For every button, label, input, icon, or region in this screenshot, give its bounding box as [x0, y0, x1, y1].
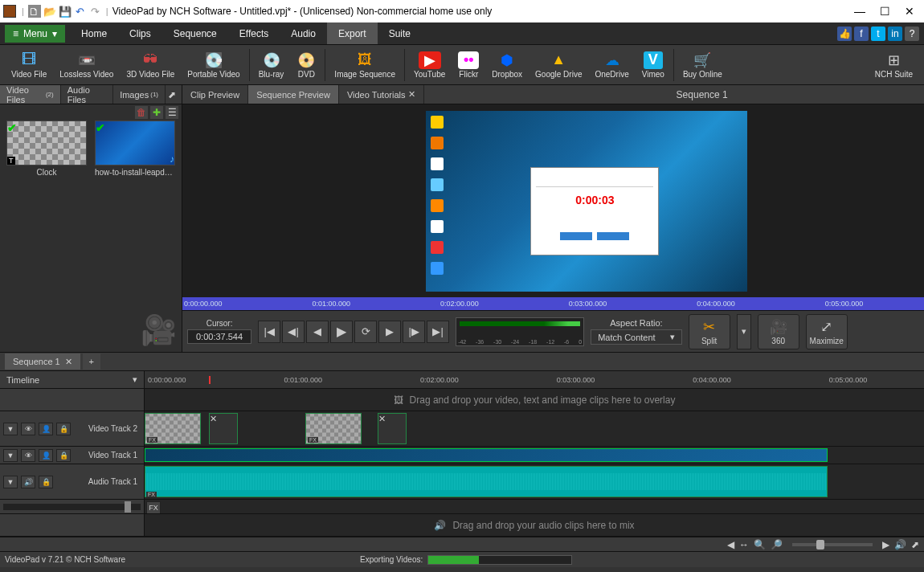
menu-export[interactable]: Export: [327, 22, 378, 44]
list-icon[interactable]: ☰: [166, 106, 178, 119]
menu-suite[interactable]: Suite: [378, 22, 422, 44]
like-icon[interactable]: 👍: [837, 27, 852, 41]
step-back-button[interactable]: ◀: [306, 321, 329, 343]
export-onedrive[interactable]: ☁OneDrive: [588, 47, 635, 83]
visible-button[interactable]: 👁: [21, 449, 35, 462]
export-dropbox[interactable]: ⬢Dropbox: [485, 47, 529, 83]
maximize-button[interactable]: ☐: [880, 5, 890, 18]
play-button[interactable]: ▶: [330, 321, 353, 343]
export-youtube[interactable]: ▶YouTube: [407, 47, 452, 83]
tab-clip-preview[interactable]: Clip Preview: [182, 85, 248, 104]
menu-effects[interactable]: Effects: [228, 22, 280, 44]
menu-sequence[interactable]: Sequence: [162, 22, 228, 44]
collapse-button[interactable]: ▼: [3, 476, 18, 488]
360-button[interactable]: 🎥360: [758, 314, 799, 349]
loop-button[interactable]: ⟳: [354, 321, 377, 343]
export-gdrive[interactable]: ▲Google Drive: [529, 47, 588, 83]
nch-suite[interactable]: ⊞NCH Suite: [869, 47, 919, 83]
clip-item[interactable]: ♪ how-to-install-leapdro...: [95, 121, 175, 177]
maximize-button[interactable]: ⤢Maximize: [806, 314, 848, 349]
goto-start-button[interactable]: |◀: [258, 321, 280, 343]
delete-icon[interactable]: 🗑: [135, 106, 148, 119]
sequence-tab[interactable]: Sequence 1✕: [5, 353, 80, 370]
scroll-left-icon[interactable]: ◀: [727, 539, 734, 550]
close-button[interactable]: ✕: [905, 5, 914, 18]
lock-button[interactable]: 🔒: [56, 449, 71, 462]
volume-icon[interactable]: 🔊: [894, 539, 906, 550]
linkedin-icon[interactable]: in: [888, 27, 902, 41]
export-video-file[interactable]: 🎞Video File: [5, 47, 53, 83]
buy-online[interactable]: 🛒Buy Online: [677, 47, 729, 83]
timeline-clip[interactable]: FX: [145, 413, 201, 444]
twitter-icon[interactable]: t: [871, 27, 885, 41]
preview-viewport[interactable]: 0:00:03: [182, 104, 924, 297]
zoom-in-icon[interactable]: 🔎: [771, 539, 783, 550]
overlay-drop-area[interactable]: 🖼Drag and drop your video, text and imag…: [145, 389, 924, 411]
redo-icon[interactable]: ↷: [89, 5, 102, 18]
open-icon[interactable]: 📂: [43, 5, 56, 18]
main-menu-button[interactable]: ≡ Menu ▾: [5, 25, 65, 43]
lock-button[interactable]: 🔒: [56, 423, 71, 435]
export-portable[interactable]: 💽Portable Video: [181, 47, 246, 83]
bin-tab-images[interactable]: Images(1): [113, 85, 166, 104]
scroll-lock-icon[interactable]: ▶: [882, 539, 889, 550]
video-track-2-content[interactable]: FX ✕ FX ✕: [145, 411, 924, 446]
clip-item[interactable]: T Clock: [6, 121, 87, 177]
next-frame-button[interactable]: |▶: [403, 321, 425, 343]
undo-icon[interactable]: ↶: [74, 5, 87, 18]
export-flickr[interactable]: ••Flickr: [452, 47, 485, 83]
mute-button[interactable]: 🔊: [21, 476, 35, 488]
export-dvd[interactable]: 📀DVD: [290, 47, 322, 83]
fx-button[interactable]: FX: [146, 501, 161, 513]
bin-tab-video[interactable]: Video Files(2): [0, 85, 61, 104]
volume-slider-head[interactable]: [0, 500, 145, 513]
prev-frame-button[interactable]: ◀|: [282, 321, 305, 343]
save-icon[interactable]: 💾: [59, 5, 72, 18]
split-button[interactable]: ✂Split: [689, 314, 730, 349]
lock-button[interactable]: 🔒: [39, 476, 53, 488]
help-icon[interactable]: ?: [905, 27, 919, 41]
split-dropdown[interactable]: ▾: [737, 314, 751, 349]
visible-button[interactable]: 👁: [21, 423, 35, 435]
bin-body[interactable]: 🗑 ✚ ☰ T Clock ♪ how-to-install-leapdro..…: [0, 104, 182, 352]
export-image-seq[interactable]: 🖼Image Sequence: [328, 47, 402, 83]
zoom-slider[interactable]: [792, 543, 873, 546]
add-icon[interactable]: ✚: [150, 106, 163, 119]
preview-ruler[interactable]: 0:00:00.000 0:01:00.000 0:02:00.000 0:03…: [182, 297, 924, 310]
timeline-clip[interactable]: [145, 448, 828, 462]
zoom-out-icon[interactable]: 🔍: [754, 539, 766, 550]
export-vimeo[interactable]: VVimeo: [636, 47, 671, 83]
close-icon[interactable]: ✕: [65, 357, 72, 367]
solo-button[interactable]: 👤: [39, 423, 53, 435]
fit-icon[interactable]: ↔: [739, 539, 749, 550]
menu-clips[interactable]: Clips: [118, 22, 162, 44]
tab-video-tutorials[interactable]: Video Tutorials✕: [339, 85, 425, 104]
transition-clip[interactable]: ✕: [209, 413, 238, 444]
menu-home[interactable]: Home: [70, 22, 118, 44]
audio-track-1-content[interactable]: FX: [145, 464, 924, 499]
popout-icon[interactable]: ⬈: [911, 539, 919, 550]
popout-icon[interactable]: ⬈: [166, 88, 178, 101]
playhead[interactable]: [209, 376, 211, 384]
export-lossless[interactable]: 📼Lossless Video: [53, 47, 120, 83]
minimize-button[interactable]: —: [854, 5, 865, 18]
collapse-button[interactable]: ▼: [3, 449, 18, 462]
video-track-1-content[interactable]: [145, 447, 924, 464]
bin-tab-audio[interactable]: Audio Files: [61, 85, 113, 104]
progress-bar[interactable]: [427, 555, 572, 565]
timeline-mode-select[interactable]: Timeline▾: [0, 371, 145, 388]
timeline-ruler[interactable]: 0:00:00.000 0:01:00.000 0:02:00.000 0:03…: [145, 376, 924, 384]
aspect-select[interactable]: Match Content▾: [591, 329, 682, 345]
close-icon[interactable]: ✕: [408, 89, 415, 100]
audio-drop-area[interactable]: 🔊Drag and drop your audio clips here to …: [145, 514, 924, 536]
goto-end-button[interactable]: ▶|: [427, 321, 449, 343]
cursor-value[interactable]: 0:00:37.544: [187, 329, 251, 344]
add-sequence-button[interactable]: +: [83, 353, 100, 370]
timeline-audio-clip[interactable]: [145, 466, 828, 497]
tab-sequence-preview[interactable]: Sequence Preview: [248, 85, 339, 104]
solo-button[interactable]: 👤: [39, 449, 53, 462]
fx-badge[interactable]: FX: [146, 492, 157, 497]
menu-audio[interactable]: Audio: [280, 22, 327, 44]
facebook-icon[interactable]: f: [854, 27, 869, 41]
timeline-clip[interactable]: FX: [305, 413, 362, 444]
